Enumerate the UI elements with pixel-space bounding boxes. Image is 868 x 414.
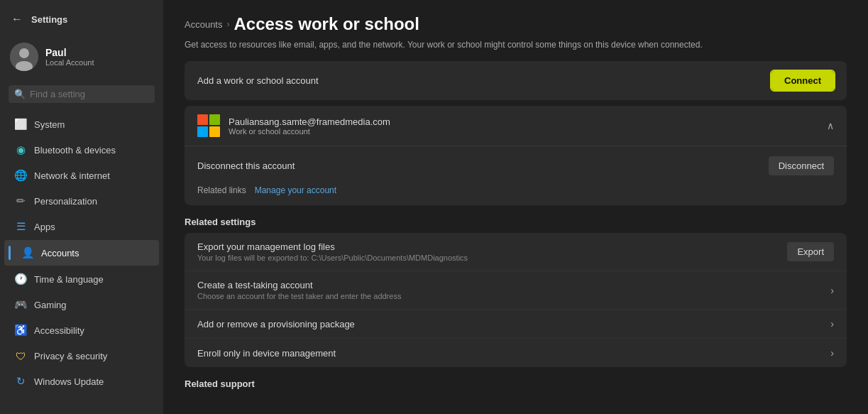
account-email: Pauliansang.samte@framedmedia.com: [229, 116, 390, 127]
svg-point-1: [19, 48, 29, 58]
apps-icon: ☰: [14, 220, 27, 233]
sidebar-item-bluetooth[interactable]: ◉ Bluetooth & devices: [4, 138, 159, 162]
sidebar-item-windows-update[interactable]: ↻ Windows Update: [4, 369, 159, 393]
sidebar-item-system[interactable]: ⬜ System: [4, 112, 159, 136]
chevron-right-icon: ›: [830, 347, 834, 359]
gaming-icon: 🎮: [14, 298, 27, 311]
account-info: Pauliansang.samte@framedmedia.com Work o…: [197, 114, 390, 137]
provisioning-title: Add or remove a provisioning package: [197, 319, 355, 329]
chevron-right-icon: ›: [830, 318, 834, 329]
export-logs-info: Export your management log files Your lo…: [197, 241, 468, 262]
sidebar-item-label: Privacy & security: [34, 351, 107, 361]
chevron-right-icon: ›: [830, 285, 834, 296]
search-box[interactable]: 🔍: [9, 85, 155, 103]
user-profile: Paul Local Account: [0, 36, 163, 82]
search-icon: 🔍: [14, 89, 26, 99]
ms-logo-green: [209, 114, 220, 125]
system-icon: ⬜: [14, 118, 27, 131]
related-settings-title: Related settings: [185, 217, 847, 227]
sidebar-item-label: Network & internet: [34, 170, 110, 181]
breadcrumb-parent[interactable]: Accounts: [185, 19, 222, 30]
manage-account-link[interactable]: Manage your account: [255, 185, 336, 195]
microsoft-logo: [197, 114, 220, 137]
accessibility-icon: ♿: [14, 324, 27, 337]
ms-logo-yellow: [209, 126, 220, 137]
sidebar-item-label: System: [34, 119, 65, 130]
export-logs-title: Export your management log files: [197, 241, 468, 252]
breadcrumb-separator: ›: [226, 19, 229, 29]
user-info: Paul Local Account: [45, 47, 94, 67]
windows-update-icon: ↻: [14, 375, 27, 388]
search-input[interactable]: [30, 89, 149, 99]
enroll-info: Enroll only in device management: [197, 348, 336, 359]
active-indicator: [9, 246, 11, 260]
account-header[interactable]: Pauliansang.samte@framedmedia.com Work o…: [185, 106, 847, 146]
disconnect-button[interactable]: Disconnect: [769, 156, 834, 175]
sidebar-item-label: Personalization: [34, 196, 97, 207]
related-links-row: Related links Manage your account: [197, 185, 834, 195]
sidebar-item-label: Accessibility: [34, 325, 84, 336]
ms-logo-blue: [197, 126, 208, 137]
add-account-row: Add a work or school account Connect: [185, 61, 847, 100]
page-title: Access work or school: [234, 14, 419, 34]
sidebar-item-apps[interactable]: ☰ Apps: [4, 214, 159, 239]
enroll-row[interactable]: Enroll only in device management ›: [185, 339, 847, 367]
sidebar-item-label: Windows Update: [34, 376, 104, 387]
add-account-label: Add a work or school account: [197, 75, 319, 86]
export-logs-subtitle: Your log files will be exported to: C:\U…: [197, 254, 468, 262]
sidebar-item-label: Gaming: [34, 300, 67, 310]
test-account-info: Create a test-taking account Choose an a…: [197, 280, 401, 300]
export-logs-row: Export your management log files Your lo…: [185, 233, 847, 271]
add-account-card: Add a work or school account Connect: [185, 61, 847, 100]
chevron-up-icon: ∧: [827, 120, 834, 131]
sidebar-item-network[interactable]: 🌐 Network & internet: [4, 163, 159, 187]
provisioning-info: Add or remove a provisioning package: [197, 319, 355, 329]
related-support-title: Related support: [185, 378, 847, 389]
page-description: Get access to resources like email, apps…: [185, 40, 847, 50]
main-content: Accounts › Access work or school Get acc…: [163, 0, 868, 414]
related-links-label: Related links: [197, 185, 246, 195]
sidebar-item-label: Time & language: [34, 274, 104, 285]
accounts-icon: 👤: [21, 246, 34, 259]
user-name: Paul: [45, 47, 94, 58]
test-account-title: Create a test-taking account: [197, 280, 401, 290]
disconnect-row: Disconnect this account Disconnect: [197, 156, 834, 175]
ms-logo-red: [197, 114, 208, 125]
disconnect-label: Disconnect this account: [197, 160, 295, 171]
related-settings-card: Export your management log files Your lo…: [185, 233, 847, 367]
privacy-icon: 🛡: [14, 349, 27, 362]
user-subtitle: Local Account: [45, 58, 94, 67]
sidebar-item-label: Bluetooth & devices: [34, 145, 116, 156]
test-account-subtitle: Choose an account for the test taker and…: [197, 292, 401, 300]
sidebar: ← Settings Paul Local Account 🔍 ⬜ System…: [0, 0, 163, 414]
sidebar-item-label: Accounts: [41, 248, 79, 258]
bluetooth-icon: ◉: [14, 143, 27, 156]
sidebar-item-time[interactable]: 🕐 Time & language: [4, 267, 159, 291]
personalization-icon: ✏: [14, 195, 27, 207]
breadcrumb: Accounts › Access work or school: [185, 14, 847, 34]
avatar: [10, 43, 38, 71]
sidebar-item-accounts[interactable]: 👤 Accounts: [4, 240, 159, 266]
connect-button[interactable]: Connect: [771, 71, 834, 90]
sidebar-item-privacy[interactable]: 🛡 Privacy & security: [4, 344, 159, 368]
account-type: Work or school account: [229, 127, 390, 136]
test-account-row[interactable]: Create a test-taking account Choose an a…: [185, 271, 847, 310]
export-button[interactable]: Export: [787, 242, 834, 261]
network-icon: 🌐: [14, 169, 27, 182]
app-title: Settings: [31, 14, 67, 25]
back-button[interactable]: ←: [9, 10, 26, 28]
sidebar-item-accessibility[interactable]: ♿ Accessibility: [4, 318, 159, 342]
sidebar-header: ← Settings: [0, 0, 163, 36]
sidebar-item-personalization[interactable]: ✏ Personalization: [4, 189, 159, 213]
account-expanded-section: Disconnect this account Disconnect Relat…: [185, 146, 847, 205]
sidebar-item-gaming[interactable]: 🎮 Gaming: [4, 293, 159, 317]
existing-account-card: Pauliansang.samte@framedmedia.com Work o…: [185, 106, 847, 205]
provisioning-row[interactable]: Add or remove a provisioning package ›: [185, 310, 847, 339]
sidebar-item-label: Apps: [34, 222, 55, 232]
enroll-title: Enroll only in device management: [197, 348, 336, 359]
account-details: Pauliansang.samte@framedmedia.com Work o…: [229, 116, 390, 136]
time-icon: 🕐: [14, 273, 27, 285]
